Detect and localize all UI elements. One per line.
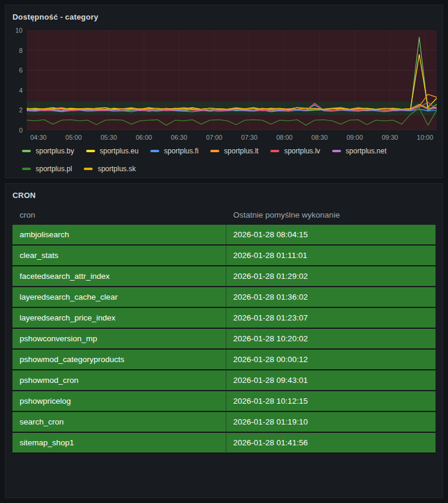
legend-label: sportplus.lt [224, 147, 258, 155]
x-axis-label: 10:00 [417, 134, 434, 141]
legend-item-sportplus.pl[interactable]: sportplus.pl [22, 164, 72, 174]
availability-chart: 0246810 04:3005:0005:3006:0006:3007:0007… [5, 26, 443, 179]
panel-availability: Dostępność - category 0246810 04:3005:00… [5, 5, 443, 178]
table-row: layeredsearch_price_index2026-01-28 01:2… [12, 308, 436, 329]
table-row: layeredsearch_cache_clear2026-01-28 01:3… [12, 287, 436, 308]
legend-label: sportplus.eu [100, 147, 138, 155]
timeseries-svg [27, 30, 437, 130]
cron-name-cell: ambjolisearch [12, 225, 226, 246]
cron-name-cell: layeredsearch_price_index [12, 308, 226, 329]
panel-title-cron[interactable]: CRON [12, 191, 36, 200]
x-axis: 04:3005:0005:3006:0006:3007:0007:3008:00… [27, 130, 437, 142]
chart-legend: sportplus.bysportplus.eusportplus.fispor… [10, 142, 437, 174]
table-row: facetedsearch_attr_index2026-01-28 01:29… [12, 266, 436, 287]
x-axis-label: 09:00 [346, 134, 363, 141]
last-success-cell: 2026-01-28 01:36:02 [226, 287, 436, 308]
panel-cron-header: CRON [5, 184, 443, 204]
x-axis-label: 06:00 [135, 134, 152, 141]
table-header-row: cron Ostatnie pomyślne wykonanie [12, 205, 436, 225]
y-axis-label: 10 [15, 27, 23, 34]
x-axis-label: 04:30 [30, 134, 47, 141]
table-row: clear_stats2026-01-28 01:11:01 [12, 246, 436, 266]
table-row: sitemap_shop12026-01-28 01:41:56 [12, 433, 436, 454]
cron-name-cell: sitemap_shop1 [12, 433, 226, 454]
series-color-swatch [332, 150, 341, 152]
table-row: pshowmod_cron2026-01-28 09:43:01 [12, 370, 436, 391]
x-axis-label: 06:30 [171, 134, 188, 141]
legend-label: sportplus.fi [164, 147, 198, 155]
legend-label: sportplus.lv [284, 147, 320, 155]
series-color-swatch [22, 168, 31, 170]
cron-name-cell: clear_stats [12, 246, 226, 266]
last-success-cell: 2026-01-28 01:11:01 [226, 246, 436, 266]
column-header-cron[interactable]: cron [12, 205, 226, 225]
table-row: search_cron2026-01-28 01:19:10 [12, 412, 436, 433]
legend-item-sportplus.eu[interactable]: sportplus.eu [86, 146, 138, 156]
legend-item-sportplus.net[interactable]: sportplus.net [332, 146, 387, 156]
cron-name-cell: pshowconversion_mp [12, 329, 226, 350]
last-success-cell: 2026-01-28 01:41:56 [226, 433, 436, 454]
table-row: pshowpricelog2026-01-28 10:12:15 [12, 391, 436, 412]
x-axis-label: 05:30 [100, 134, 117, 141]
series-color-swatch [86, 150, 95, 152]
y-axis-label: 2 [19, 107, 23, 114]
panel-title-availability[interactable]: Dostępność - category [12, 12, 98, 21]
legend-item-sportplus.fi[interactable]: sportplus.fi [150, 146, 198, 156]
x-axis-label: 07:30 [241, 134, 258, 141]
legend-label: sportplus.by [36, 147, 74, 155]
x-axis-label: 08:00 [276, 134, 293, 141]
series-color-swatch [22, 150, 31, 152]
y-axis-label: 8 [19, 47, 23, 54]
y-axis-label: 4 [19, 87, 23, 93]
chart-body: 0246810 [10, 30, 437, 130]
series-color-swatch [84, 168, 93, 170]
x-axis-label: 07:00 [206, 134, 223, 141]
series-color-swatch [270, 150, 279, 152]
column-header-last-success[interactable]: Ostatnie pomyślne wykonanie [226, 205, 436, 225]
last-success-cell: 2026-01-28 01:23:07 [226, 308, 436, 329]
legend-label: sportplus.net [346, 147, 387, 155]
series-color-swatch [210, 150, 219, 152]
legend-item-sportplus.lv[interactable]: sportplus.lv [270, 146, 320, 156]
legend-item-sportplus.by[interactable]: sportplus.by [22, 146, 74, 156]
x-axis-label: 09:30 [381, 134, 398, 141]
legend-label: sportplus.sk [97, 165, 135, 173]
cron-table-wrap: cron Ostatnie pomyślne wykonanie ambjoli… [5, 204, 443, 461]
last-success-cell: 2026-01-28 09:43:01 [226, 370, 436, 391]
series-color-swatch [150, 150, 159, 152]
last-success-cell: 2026-01-28 01:19:10 [226, 412, 436, 433]
table-row: pshowmod_categoryproducts2026-01-28 00:0… [12, 350, 436, 370]
cron-name-cell: facetedsearch_attr_index [12, 266, 226, 287]
last-success-cell: 2026-01-28 01:29:02 [226, 266, 436, 287]
cron-name-cell: layeredsearch_cache_clear [12, 287, 226, 308]
y-axis-label: 0 [19, 127, 23, 134]
plot-area[interactable] [27, 30, 437, 130]
cron-name-cell: pshowpricelog [12, 391, 226, 412]
panel-availability-header: Dostępność - category [5, 5, 443, 26]
x-axis-label: 08:30 [311, 134, 328, 141]
x-axis-label: 05:00 [65, 134, 82, 141]
last-success-cell: 2026-01-28 08:04:15 [226, 225, 436, 246]
legend-item-sportplus.sk[interactable]: sportplus.sk [84, 164, 135, 174]
cron-table: cron Ostatnie pomyślne wykonanie ambjoli… [12, 205, 436, 454]
cron-name-cell: pshowmod_cron [12, 370, 226, 391]
legend-item-sportplus.lt[interactable]: sportplus.lt [210, 146, 258, 156]
last-success-cell: 2026-01-28 00:00:12 [226, 350, 436, 370]
legend-label: sportplus.pl [36, 165, 72, 173]
last-success-cell: 2026-01-28 10:12:15 [226, 391, 436, 412]
cron-name-cell: pshowmod_categoryproducts [12, 350, 226, 370]
threshold-region [27, 30, 437, 101]
cron-name-cell: search_cron [12, 412, 226, 433]
y-axis-label: 6 [19, 67, 23, 74]
panel-cron: CRON cron Ostatnie pomyślne wykonanie am… [5, 183, 443, 498]
table-row: ambjolisearch2026-01-28 08:04:15 [12, 225, 436, 246]
table-row: pshowconversion_mp2026-01-28 10:20:02 [12, 329, 436, 350]
y-axis: 0246810 [10, 30, 27, 130]
last-success-cell: 2026-01-28 10:20:02 [226, 329, 436, 350]
